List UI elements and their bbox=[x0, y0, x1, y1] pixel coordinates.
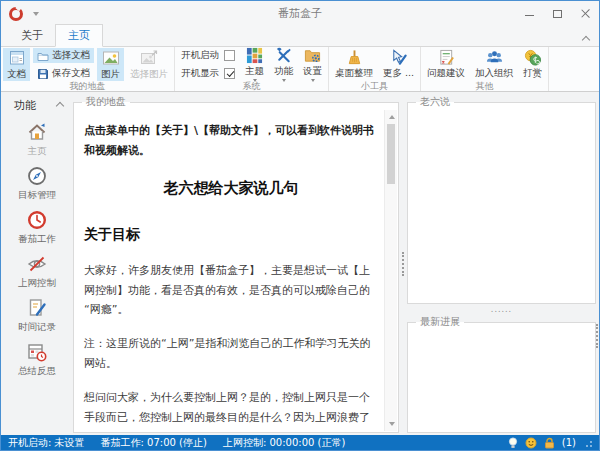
maximize-icon bbox=[553, 10, 562, 18]
app-logo-icon[interactable] bbox=[9, 7, 23, 21]
titlebar: 番茄盒子 bbox=[1, 1, 599, 26]
show-on-boot-checkbox[interactable] bbox=[224, 68, 235, 79]
select-image-button[interactable]: 选择图片 bbox=[126, 48, 172, 81]
ribbon-collapse-button[interactable] bbox=[583, 37, 589, 43]
more-tools-button[interactable]: 更多 ... bbox=[379, 48, 418, 81]
theme-grid-icon bbox=[246, 47, 263, 64]
people-group-icon bbox=[485, 49, 504, 66]
sidebar-item-label: 主页 bbox=[28, 145, 47, 158]
sidebar-item-tomato-work[interactable]: 番茄工作 bbox=[1, 209, 73, 246]
select-image-label: 选择图片 bbox=[130, 68, 168, 81]
scroll-up-icon[interactable] bbox=[389, 115, 395, 119]
sidebar-item-time-record[interactable]: 时间记录 bbox=[1, 297, 73, 334]
features-button[interactable]: 功能 bbox=[270, 48, 297, 81]
group-label-other: 其他 bbox=[423, 81, 546, 92]
statusbar: 开机启动: 未设置 番茄工作: 07:00 (停止) 上网控制: 00:00:0… bbox=[1, 435, 599, 450]
vertical-splitter[interactable] bbox=[399, 95, 407, 433]
reward-button[interactable]: 打赏 bbox=[519, 48, 546, 81]
tab-about[interactable]: 关于 bbox=[9, 25, 55, 46]
join-org-button[interactable]: 加入组织 bbox=[471, 48, 517, 81]
statusbar-right: (1) bbox=[508, 437, 592, 449]
desktop-organize-button[interactable]: 桌面整理 bbox=[331, 48, 377, 81]
group-label-tools: 小工具 bbox=[331, 81, 418, 92]
sidebar-item-net-control[interactable]: 上网控制 bbox=[1, 253, 73, 290]
show-on-boot-checkbox-row: 开机显示 bbox=[181, 67, 235, 80]
app-window: 番茄盒子 关于 主页 文档 选择文档 bbox=[0, 0, 600, 451]
close-button[interactable] bbox=[571, 1, 599, 26]
image-select-icon bbox=[140, 49, 158, 67]
status-net-control: 上网控制: 00:00:00 (正常) bbox=[223, 436, 345, 450]
latest-progress-groupbox: 最新进展 bbox=[407, 315, 596, 433]
tools-icon bbox=[275, 47, 292, 64]
close-icon bbox=[580, 8, 591, 19]
sidebar-item-home[interactable]: 主页 bbox=[1, 121, 73, 158]
lock-icon[interactable] bbox=[544, 437, 555, 449]
doc-paragraph: 注：这里所说的“上网”是指和浏览自己的工作和学习无关的网站。 bbox=[84, 334, 378, 374]
doc-title: 老六想给大家说几句 bbox=[84, 175, 378, 202]
document-button[interactable]: 文档 bbox=[3, 48, 30, 81]
show-on-boot-label: 开机显示 bbox=[181, 67, 219, 80]
image-button[interactable]: 图片 bbox=[97, 48, 124, 81]
laoliu-says-title: 老六说 bbox=[416, 95, 454, 109]
maximize-button[interactable] bbox=[543, 1, 571, 26]
minimize-button[interactable] bbox=[515, 1, 543, 26]
settings-folder-gear-icon bbox=[304, 47, 321, 64]
startup-checkbox[interactable] bbox=[224, 50, 235, 61]
eye-slash-icon bbox=[26, 253, 48, 275]
window-edge-handle[interactable] bbox=[596, 324, 599, 348]
quick-access-dropdown-icon[interactable] bbox=[33, 12, 39, 16]
sidebar-item-label: 总结反思 bbox=[18, 365, 56, 378]
broom-icon bbox=[346, 49, 363, 66]
feedback-label: 问题建议 bbox=[427, 67, 465, 80]
cursor-pencil-icon bbox=[390, 49, 407, 66]
save-document-button[interactable]: 保存文档 bbox=[33, 66, 94, 81]
note-pencil-icon bbox=[26, 297, 48, 319]
scrollbar-thumb[interactable] bbox=[387, 124, 395, 184]
sidebar-item-summary-reflection[interactable]: 总结反思 bbox=[1, 341, 73, 378]
feedback-button[interactable]: 问题建议 bbox=[423, 48, 469, 81]
save-document-label: 保存文档 bbox=[52, 67, 90, 80]
document-label: 文档 bbox=[7, 68, 26, 81]
smiley-icon[interactable] bbox=[525, 437, 537, 449]
my-zone-groupbox: 我的地盘 点击菜单中的【关于】\【帮助文件】，可以看到软件说明书和视频解说。 老… bbox=[73, 95, 399, 433]
splitter-dots-label: ...... bbox=[491, 305, 512, 314]
document-icon bbox=[8, 49, 26, 67]
save-icon bbox=[37, 68, 49, 80]
compass-icon bbox=[26, 165, 48, 187]
ribbon-group-system: 开机启动 开机显示 主题 功能 bbox=[175, 47, 329, 91]
ribbon-tabs: 关于 主页 bbox=[1, 26, 599, 46]
sidebar-item-label: 目标管理 bbox=[18, 189, 56, 202]
settings-button[interactable]: 设置 bbox=[299, 48, 326, 81]
home-icon bbox=[26, 121, 48, 143]
scroll-down-icon[interactable] bbox=[389, 422, 395, 426]
theme-label: 主题 bbox=[245, 65, 264, 78]
more-tools-label: 更多 ... bbox=[383, 67, 414, 80]
tomato-clock-icon bbox=[26, 209, 48, 231]
group-label-system: 系统 bbox=[177, 81, 326, 92]
doc-paragraph: 大家好，许多朋友使用【番茄盒子】，主要是想试一试【上网控制】功能，看是否真的有效… bbox=[84, 261, 378, 320]
reward-label: 打赏 bbox=[523, 67, 542, 80]
right-panel-column: 老六说 ...... 最新进展 bbox=[407, 95, 596, 433]
window-title: 番茄盒子 bbox=[1, 6, 599, 21]
sidebar-item-goal-management[interactable]: 目标管理 bbox=[1, 165, 73, 202]
select-document-button[interactable]: 选择文档 bbox=[33, 48, 94, 63]
sidebar-header: 功能 bbox=[1, 95, 73, 114]
image-icon bbox=[102, 49, 120, 67]
resize-grip[interactable] bbox=[583, 438, 592, 447]
status-startup: 开机启动: 未设置 bbox=[8, 436, 85, 450]
features-label: 功能 bbox=[274, 65, 293, 78]
folder-icon bbox=[37, 50, 49, 62]
document-view: 点击菜单中的【关于】\【帮助文件】，可以看到软件说明书和视频解说。 老六想给大家… bbox=[77, 119, 382, 430]
doc-heading: 关于目标 bbox=[84, 222, 378, 247]
sidebar-item-label: 时间记录 bbox=[18, 321, 56, 334]
horizontal-splitter[interactable]: ...... bbox=[407, 304, 596, 315]
theme-button[interactable]: 主题 bbox=[241, 48, 268, 81]
chevron-up-icon[interactable] bbox=[56, 101, 64, 109]
bulb-icon[interactable] bbox=[508, 437, 518, 449]
tab-home[interactable]: 主页 bbox=[55, 24, 103, 47]
startup-checkbox-row: 开机启动 bbox=[181, 49, 235, 62]
document-scrollbar[interactable] bbox=[384, 110, 397, 431]
status-tomato-work: 番茄工作: 07:00 (停止) bbox=[101, 436, 207, 450]
ribbon-group-other: 问题建议 加入组织 打赏 其他 bbox=[421, 47, 549, 91]
calendar-clock-icon bbox=[26, 341, 48, 363]
